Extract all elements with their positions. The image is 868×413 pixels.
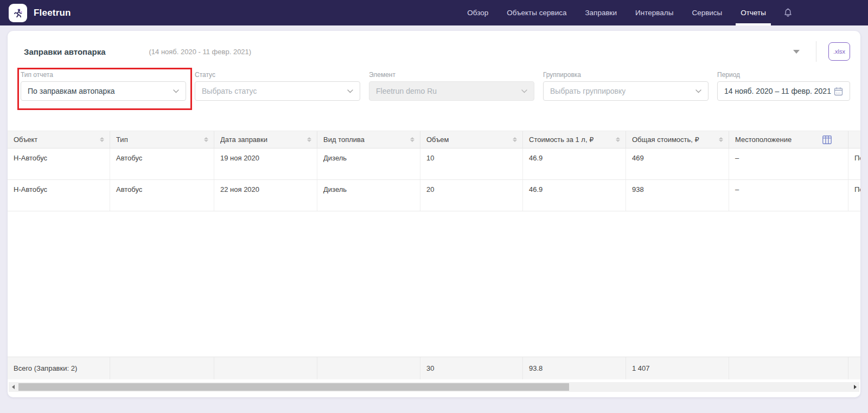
grouping-select[interactable]: Выбрать группировку bbox=[543, 81, 709, 101]
bell-icon bbox=[783, 7, 793, 18]
horizontal-scrollbar[interactable] bbox=[9, 382, 859, 392]
footer-cell: 1 407 bbox=[626, 357, 729, 379]
report-card: Заправки автопарка (14 нояб. 2020 - 11 ф… bbox=[8, 31, 860, 397]
footer-cell bbox=[110, 357, 214, 379]
filter-label: Тип отчета bbox=[21, 71, 186, 79]
table-row[interactable]: Н-АвтобусАвтобус19 ноя 2020Дизель1046.94… bbox=[8, 149, 860, 180]
header-divider bbox=[816, 41, 816, 62]
column-label: Вид топлива bbox=[323, 135, 365, 144]
nav-menu: ОбзорОбъекты сервисаЗаправкиИнтервалыСер… bbox=[458, 0, 775, 25]
table-cell: Пе bbox=[848, 180, 860, 211]
nav-item-5[interactable]: Отчеты bbox=[731, 0, 775, 25]
select-value: Fleetrun demo Ru bbox=[376, 87, 437, 95]
column-label: Объект bbox=[14, 135, 37, 144]
nav-item-0[interactable]: Обзор bbox=[458, 0, 497, 25]
filter-label: Группировка bbox=[543, 71, 709, 79]
footer-cell bbox=[848, 357, 860, 379]
notifications-button[interactable] bbox=[775, 7, 799, 18]
table-cell: – bbox=[729, 180, 848, 211]
column-header-7[interactable]: Местоположение bbox=[729, 131, 848, 148]
column-header-3[interactable]: Вид топлива bbox=[317, 131, 420, 148]
report-type-select[interactable]: По заправкам автопарка bbox=[21, 81, 186, 101]
chevron-down-icon bbox=[695, 89, 701, 93]
column-header-0[interactable]: Объект bbox=[8, 131, 110, 148]
nav-item-4[interactable]: Сервисы bbox=[682, 0, 731, 25]
table-cell: Дизель bbox=[317, 180, 420, 211]
table-cell: Автобус bbox=[110, 180, 214, 211]
chevron-down-icon bbox=[173, 89, 179, 93]
column-label: Общая стоимость, ₽ bbox=[632, 135, 699, 144]
footer-cell bbox=[317, 357, 420, 379]
filter-report-type: Тип отчета По заправкам автопарка bbox=[21, 71, 186, 101]
table-body: Н-АвтобусАвтобус19 ноя 2020Дизель1046.94… bbox=[8, 149, 860, 211]
scroll-left-arrow[interactable] bbox=[9, 382, 17, 392]
column-header-5[interactable]: Стоимость за 1 л, ₽ bbox=[523, 131, 626, 148]
filter-period: Период 14 нояб. 2020 – 11 февр. 2021 bbox=[717, 71, 850, 101]
column-header-2[interactable]: Дата заправки bbox=[214, 131, 317, 148]
status-select[interactable]: Выбрать статус bbox=[195, 81, 360, 101]
select-placeholder: Выбрать статус bbox=[202, 87, 257, 95]
column-label: Стоимость за 1 л, ₽ bbox=[529, 135, 593, 144]
footer-cell: Всего (Заправки: 2) bbox=[8, 357, 110, 379]
footer-cell bbox=[729, 357, 848, 379]
filter-label: Период bbox=[717, 71, 850, 79]
table-cell: Пе bbox=[848, 149, 860, 179]
collapse-chevron-icon[interactable] bbox=[793, 50, 800, 54]
column-header-6[interactable]: Общая стоимость, ₽ bbox=[626, 131, 729, 148]
table-cell: – bbox=[729, 149, 848, 179]
chevron-down-icon bbox=[347, 89, 353, 93]
table-cell: Н-Автобус bbox=[8, 149, 110, 179]
filter-label: Элемент bbox=[369, 71, 534, 79]
table-cell: 469 bbox=[626, 149, 729, 179]
table-cell: 20 bbox=[420, 180, 523, 211]
brand-title: Fleetrun bbox=[34, 8, 71, 18]
column-header-8 bbox=[848, 131, 860, 148]
select-placeholder: Выбрать группировку bbox=[550, 87, 626, 95]
footer-cell: 93.8 bbox=[523, 357, 626, 379]
report-table: ОбъектТипДата заправкиВид топливаОбъемСт… bbox=[8, 131, 860, 379]
element-select: Fleetrun demo Ru bbox=[369, 81, 534, 101]
column-header-4[interactable]: Объем bbox=[420, 131, 523, 148]
sort-icon[interactable] bbox=[719, 137, 723, 142]
page-title: Заправки автопарка bbox=[24, 47, 106, 56]
column-header-1[interactable]: Тип bbox=[110, 131, 214, 148]
calendar-icon bbox=[834, 87, 843, 96]
sort-icon[interactable] bbox=[513, 137, 517, 142]
sort-icon[interactable] bbox=[307, 137, 311, 142]
nav-item-3[interactable]: Интервалы bbox=[626, 0, 682, 25]
filters-row: Тип отчета По заправкам автопарка Статус… bbox=[21, 71, 850, 101]
fleetrun-logo[interactable] bbox=[9, 4, 27, 22]
period-date-input[interactable]: 14 нояб. 2020 – 11 февр. 2021 bbox=[717, 81, 850, 101]
export-xlsx-button[interactable]: .xlsx bbox=[828, 42, 850, 61]
table-cell: 938 bbox=[626, 180, 729, 211]
sort-icon[interactable] bbox=[410, 137, 414, 142]
table-cell: 46.9 bbox=[523, 149, 626, 179]
scrollbar-thumb[interactable] bbox=[18, 383, 569, 391]
nav-item-2[interactable]: Заправки bbox=[576, 0, 626, 25]
table-cell: 46.9 bbox=[523, 180, 626, 211]
nav-item-1[interactable]: Объекты сервиса bbox=[497, 0, 576, 25]
chevron-down-icon bbox=[521, 89, 527, 93]
column-settings-icon[interactable] bbox=[822, 135, 832, 144]
table-cell: 10 bbox=[420, 149, 523, 179]
sort-icon[interactable] bbox=[616, 137, 620, 142]
scroll-right-arrow[interactable] bbox=[851, 382, 859, 392]
period-value: 14 нояб. 2020 – 11 февр. 2021 bbox=[724, 87, 831, 95]
filter-label: Статус bbox=[195, 71, 360, 79]
runner-icon bbox=[12, 7, 24, 19]
filter-status: Статус Выбрать статус bbox=[195, 71, 360, 101]
table-row[interactable]: Н-АвтобусАвтобус22 ноя 2020Дизель2046.99… bbox=[8, 180, 860, 211]
table-cell: Дизель bbox=[317, 149, 420, 179]
table-cell: Н-Автобус bbox=[8, 180, 110, 211]
sort-icon[interactable] bbox=[204, 137, 208, 142]
filter-element: Элемент Fleetrun demo Ru bbox=[369, 71, 534, 101]
table-header-row: ОбъектТипДата заправкиВид топливаОбъемСт… bbox=[8, 131, 860, 149]
sort-icon[interactable] bbox=[100, 137, 104, 142]
table-cell: Автобус bbox=[110, 149, 214, 179]
report-date-range: (14 нояб. 2020 - 11 февр. 2021) bbox=[149, 48, 252, 56]
column-label: Местоположение bbox=[735, 135, 792, 144]
column-label: Тип bbox=[116, 135, 128, 144]
filter-grouping: Группировка Выбрать группировку bbox=[543, 71, 709, 101]
table-cell: 19 ноя 2020 bbox=[214, 149, 317, 179]
column-label: Объем bbox=[426, 135, 449, 144]
